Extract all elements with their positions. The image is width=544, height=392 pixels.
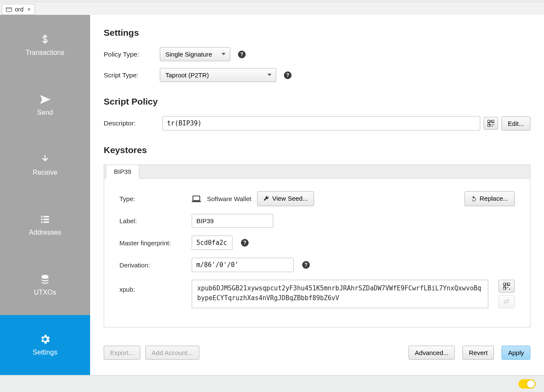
settings-heading: Settings — [104, 28, 530, 38]
help-icon[interactable]: ? — [241, 239, 249, 247]
wallet-icon — [6, 7, 12, 12]
svg-rect-8 — [503, 283, 506, 285]
svg-rect-4 — [493, 124, 494, 125]
svg-rect-11 — [507, 287, 508, 288]
ks-label-label: Label: — [119, 217, 192, 224]
settings-panel: Settings Policy Type: Single Signature ?… — [90, 15, 544, 375]
sidebar-item-transactions[interactable]: Transactions — [0, 15, 90, 75]
help-icon[interactable]: ? — [284, 71, 292, 79]
script-type-label: Script Type: — [104, 71, 160, 79]
qr-icon — [487, 120, 494, 127]
replace-keystore-button[interactable]: Replace... — [465, 191, 515, 206]
list-icon — [39, 213, 51, 225]
apply-button[interactable]: Apply — [502, 346, 530, 360]
ks-type-label: Type: — [119, 195, 192, 202]
svg-rect-0 — [487, 120, 490, 122]
keystores-panel: BIP39 Type: Software Wallet View Seed... — [104, 165, 530, 327]
ks-derivation-label: Derivation: — [119, 261, 192, 269]
connection-toggle[interactable] — [518, 379, 536, 389]
wallet-tab-label: ord — [15, 6, 23, 13]
descriptor-qr-button[interactable] — [484, 117, 498, 130]
svg-rect-3 — [492, 124, 493, 125]
revert-button[interactable]: Revert — [462, 346, 494, 360]
svg-rect-10 — [503, 287, 506, 290]
bitcoin-icon — [39, 34, 51, 45]
descriptor-label: Descriptor: — [104, 119, 162, 127]
coins-icon — [39, 273, 51, 285]
ks-derivation-input[interactable] — [192, 258, 294, 272]
keystores-heading: Keystores — [104, 145, 530, 155]
qr-icon — [503, 283, 510, 290]
policy-type-label: Policy Type: — [104, 51, 160, 58]
svg-rect-2 — [487, 124, 490, 127]
ks-xpub-value[interactable]: xpub6DJMSGB21xywsqpcut2yF3hu451K5mnrbJRA… — [192, 280, 488, 308]
xpub-qr-button[interactable] — [499, 280, 515, 293]
script-policy-heading: Script Policy — [104, 97, 530, 107]
descriptor-input[interactable] — [162, 116, 480, 131]
ks-xpub-label: xpub: — [119, 280, 192, 293]
wallet-tab[interactable]: ord × — [2, 4, 35, 15]
send-icon — [39, 94, 51, 105]
help-icon[interactable]: ? — [302, 261, 310, 269]
ks-label-input[interactable] — [192, 214, 273, 228]
receive-icon — [39, 153, 51, 165]
policy-type-select[interactable]: Single Signature — [160, 47, 230, 61]
sidebar-item-addresses[interactable]: Addresses — [0, 195, 90, 255]
ks-fingerprint-label: Master fingerprint: — [119, 239, 192, 247]
undo-icon — [471, 196, 477, 203]
svg-rect-9 — [507, 283, 510, 285]
action-bar: Export... Add Account... Advanced... Rev… — [104, 346, 530, 360]
xpub-swap-button — [499, 295, 515, 308]
descriptor-edit-button[interactable]: Edit... — [502, 116, 530, 131]
svg-rect-12 — [509, 289, 510, 290]
add-account-button: Add Account... — [145, 346, 199, 360]
gear-icon — [39, 333, 51, 345]
status-bar — [0, 375, 544, 392]
sidebar-item-settings[interactable]: Settings — [0, 315, 90, 375]
advanced-button[interactable]: Advanced... — [408, 346, 455, 360]
key-icon — [264, 196, 269, 203]
svg-rect-7 — [192, 201, 201, 202]
sidebar-item-send[interactable]: Send — [0, 75, 90, 135]
svg-rect-5 — [492, 126, 493, 127]
window-tabstrip: ord × — [0, 2, 544, 15]
help-icon[interactable]: ? — [238, 51, 246, 58]
sidebar-item-label: Receive — [33, 169, 57, 176]
sidebar-item-receive[interactable]: Receive — [0, 135, 90, 195]
close-icon[interactable]: × — [26, 6, 31, 12]
sidebar-item-label: Settings — [33, 349, 57, 356]
svg-rect-1 — [492, 120, 494, 122]
sidebar-item-label: Send — [37, 109, 53, 116]
sidebar-item-label: Addresses — [29, 229, 61, 236]
sidebar-item-label: UTXOs — [34, 289, 56, 296]
svg-rect-6 — [193, 196, 200, 200]
sidebar-item-utxos[interactable]: UTXOs — [0, 255, 90, 315]
sidebar-item-label: Transactions — [26, 49, 65, 57]
laptop-icon — [192, 195, 201, 203]
sidebar: Transactions Send Receive Addresses UTXO… — [0, 15, 90, 375]
view-seed-button[interactable]: View Seed... — [257, 191, 314, 206]
script-type-select[interactable]: Taproot (P2TR) — [160, 68, 276, 82]
ks-type-value: Software Wallet — [207, 195, 251, 202]
swap-icon — [503, 298, 510, 305]
keystore-tab-bip39[interactable]: BIP39 — [106, 165, 139, 179]
ks-fingerprint-input[interactable] — [192, 236, 232, 250]
export-button: Export... — [104, 346, 140, 360]
